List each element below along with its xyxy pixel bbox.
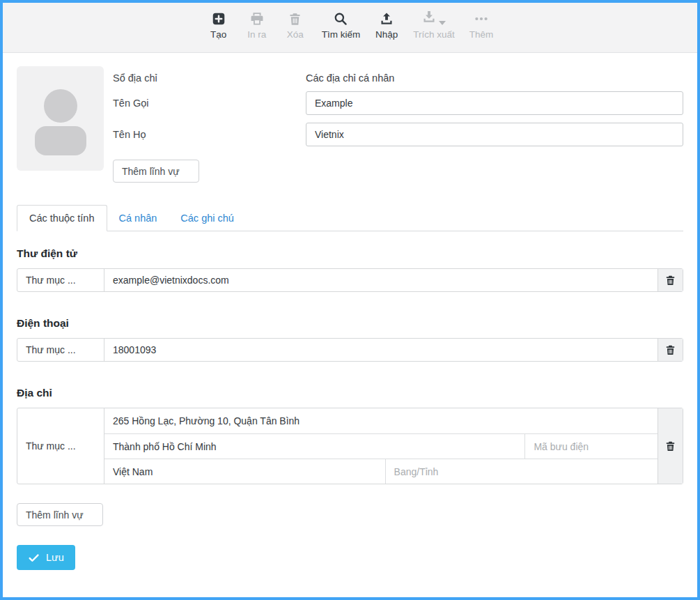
search-icon <box>333 10 348 26</box>
print-label: In ra <box>247 29 266 40</box>
contact-top: Sổ địa chỉ Các địa chỉ cá nhân Tên Gọi T… <box>17 66 683 183</box>
contact-form: Sổ địa chỉ Các địa chỉ cá nhân Tên Gọi T… <box>3 53 697 597</box>
tab-properties[interactable]: Các thuộc tính <box>17 205 107 231</box>
address-city-row <box>104 433 658 459</box>
search-label: Tìm kiếm <box>322 29 361 40</box>
tab-personal[interactable]: Cá nhân <box>107 206 169 231</box>
postal-code-input[interactable] <box>525 434 668 459</box>
address-row: Thư mục ... <box>17 408 683 484</box>
lastname-input[interactable] <box>306 123 683 146</box>
email-row: Thư mục ... <box>17 268 683 292</box>
trash-icon <box>288 10 302 26</box>
contact-photo[interactable] <box>17 66 104 171</box>
create-label: Tạo <box>210 29 226 40</box>
create-button[interactable]: Tạo <box>203 10 235 40</box>
add-field-select-bottom[interactable]: Thêm lĩnh vự <box>17 503 103 526</box>
delete-button[interactable]: Xóa <box>279 10 311 40</box>
tab-notes[interactable]: Các ghi chú <box>169 206 246 231</box>
email-delete-button[interactable] <box>658 269 683 291</box>
firstname-input[interactable] <box>306 91 683 115</box>
country-input[interactable] <box>104 459 385 484</box>
more-label: Thêm <box>469 29 494 40</box>
lastname-label: Tên Họ <box>113 129 306 140</box>
address-delete-button[interactable] <box>658 408 683 484</box>
addressbook-select[interactable]: Các địa chỉ cá nhân <box>306 72 683 84</box>
export-caret-icon <box>439 21 446 25</box>
address-fields <box>104 408 658 484</box>
tabbar: Các thuộc tính Cá nhân Các ghi chú <box>17 205 683 231</box>
check-icon <box>28 552 40 564</box>
street-input[interactable] <box>104 408 658 433</box>
upload-icon <box>379 10 394 26</box>
trash-icon <box>664 440 676 452</box>
import-label: Nhập <box>375 29 398 40</box>
add-field-select-top[interactable]: Thêm lĩnh vự <box>113 160 199 183</box>
trash-icon <box>664 275 676 286</box>
delete-label: Xóa <box>287 29 304 40</box>
create-icon <box>211 10 226 26</box>
address-street-row <box>104 408 658 433</box>
state-input[interactable] <box>386 459 658 484</box>
import-button[interactable]: Nhập <box>371 10 403 40</box>
address-country-row <box>104 459 658 484</box>
address-type-select[interactable]: Thư mục ... <box>17 408 104 484</box>
city-input[interactable] <box>104 434 524 459</box>
firstname-label: Tên Gọi <box>113 98 306 109</box>
phone-row: Thư mục ... <box>17 338 683 362</box>
ellipsis-icon <box>473 10 490 26</box>
phone-delete-button[interactable] <box>658 339 683 361</box>
download-icon <box>421 9 437 26</box>
phone-section-title: Điện thoại <box>17 317 683 330</box>
person-icon <box>26 77 95 160</box>
address-section-title: Địa chỉ <box>17 387 683 399</box>
more-button[interactable]: Thêm <box>465 10 498 40</box>
save-label: Lưu <box>46 552 64 563</box>
contact-edit-window: Tạo In ra Xóa Tìm kiếm Nhập <box>0 0 700 600</box>
name-fields: Sổ địa chỉ Các địa chỉ cá nhân Tên Gọi T… <box>113 66 683 183</box>
export-label: Trích xuất <box>413 29 455 40</box>
email-section-title: Thư điện tử <box>17 247 683 260</box>
search-button[interactable]: Tìm kiếm <box>318 10 365 40</box>
trash-icon <box>664 344 676 356</box>
save-button[interactable]: Lưu <box>17 545 75 570</box>
email-input[interactable] <box>104 269 658 291</box>
print-button[interactable]: In ra <box>241 10 273 40</box>
phone-type-select[interactable]: Thư mục ... <box>17 339 104 361</box>
addressbook-label: Sổ địa chỉ <box>113 72 306 84</box>
export-button[interactable]: Trích xuất <box>409 10 459 40</box>
email-type-select[interactable]: Thư mục ... <box>17 269 104 291</box>
print-icon <box>249 10 265 26</box>
toolbar: Tạo In ra Xóa Tìm kiếm Nhập <box>3 3 697 53</box>
phone-input[interactable] <box>104 339 658 361</box>
